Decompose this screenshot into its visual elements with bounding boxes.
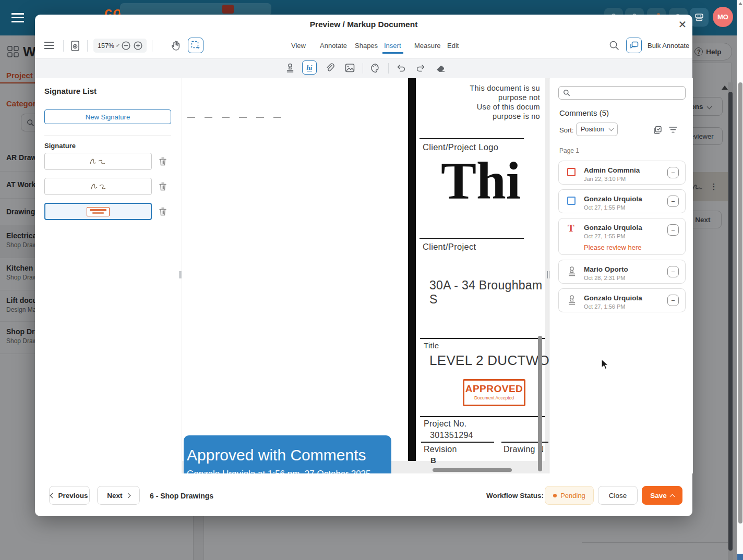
annotation-toolbar <box>35 58 692 79</box>
color-palette-icon[interactable] <box>370 63 381 74</box>
chevron-left-icon <box>50 493 55 498</box>
signature-item-2[interactable] <box>44 178 152 195</box>
delete-signature-icon[interactable] <box>158 206 167 217</box>
zoom-level[interactable]: 157% <box>98 42 114 50</box>
signature-item-3-selected[interactable] <box>44 203 152 220</box>
stamp-subtext: Document Accepted <box>464 395 524 400</box>
assistant-button[interactable] <box>690 8 709 27</box>
project-address: 30A - 34 Broughbam S <box>429 278 545 307</box>
stamp-thumbnail <box>87 207 110 216</box>
marquee-select-button[interactable] <box>188 38 203 53</box>
tab-shapes[interactable]: Shapes <box>355 42 378 50</box>
document-vertical-scrollbar[interactable] <box>538 336 542 471</box>
status-dot-icon <box>553 494 557 497</box>
titleblock-rule <box>421 442 494 443</box>
sort-dropdown[interactable]: Position <box>576 123 618 136</box>
browser-scrollbar[interactable] <box>737 0 743 560</box>
signature-thumbnail <box>86 157 110 166</box>
collapse-comment-button[interactable]: − <box>667 224 679 236</box>
new-signature-button[interactable]: New Signature <box>44 109 171 124</box>
chevron-down-icon <box>609 126 614 131</box>
tab-edit[interactable]: Edit <box>447 42 459 50</box>
signature-item-1[interactable] <box>44 153 152 170</box>
signature-section-label: Signature <box>44 142 76 150</box>
delete-signature-icon[interactable] <box>158 181 167 192</box>
image-tool-icon[interactable] <box>344 63 355 74</box>
sort-label: Sort: <box>559 126 573 134</box>
project-no-value: 301351294 <box>430 431 473 440</box>
revision-label: Revision <box>424 445 457 454</box>
tab-view[interactable]: View <box>291 42 306 50</box>
stamp-annotation-icon <box>566 265 578 277</box>
chevron-right-icon <box>125 493 130 498</box>
avatar[interactable]: MO <box>713 7 733 27</box>
approval-banner-annotation[interactable]: Approved with Comments Gonzalo Urquiola … <box>184 435 391 473</box>
document-name: 6 - Shop Drawings <box>150 492 213 500</box>
status-badge[interactable]: Pending <box>545 486 594 505</box>
scroll-corner <box>737 554 743 560</box>
sort-value: Position <box>581 126 604 133</box>
scrollbar-thumb[interactable] <box>738 82 742 524</box>
comment-card[interactable]: T Gonzalo Urquiola Oct 27, 1:55 PM Pleas… <box>558 218 686 255</box>
viewer-search-icon[interactable] <box>609 40 620 51</box>
page-export-icon[interactable] <box>69 40 81 52</box>
stamp-annotation-icon <box>566 294 578 306</box>
pan-hand-icon[interactable] <box>170 39 182 52</box>
collapse-comment-button[interactable]: − <box>667 167 679 178</box>
collapse-comment-button[interactable]: − <box>667 196 679 207</box>
collapse-comment-button[interactable]: − <box>667 266 679 277</box>
client-project-label: Client/Project <box>423 242 476 252</box>
comments-panel: Comments (5) Sort: Position Page 1 Admin… <box>549 78 693 473</box>
tab-measure[interactable]: Measure <box>414 42 441 50</box>
comment-card[interactable]: Admin Commnia Jan 22, 3:10 PM − <box>558 161 686 185</box>
redo-icon[interactable] <box>415 63 426 73</box>
tab-insert[interactable]: Insert <box>384 42 401 50</box>
rectangle-annotation-icon <box>567 197 576 205</box>
document-viewer[interactable]: This document is su purpose not Use of t… <box>182 78 549 473</box>
delete-signature-icon[interactable] <box>158 156 167 167</box>
mouse-cursor <box>601 359 610 371</box>
stamp-tool-icon[interactable] <box>285 63 295 74</box>
client-logo-text: Thi <box>441 150 521 211</box>
eraser-icon[interactable] <box>435 63 446 73</box>
comment-card[interactable]: Gonzalo Urquiola Oct 27, 1:56 PM − <box>558 288 686 312</box>
filter-icon[interactable] <box>669 126 677 133</box>
titleblock-border <box>408 78 416 461</box>
multi-select-icon[interactable] <box>652 125 663 135</box>
close-icon[interactable]: ✕ <box>676 18 689 31</box>
save-button[interactable]: Save <box>642 486 682 505</box>
previous-button[interactable]: Previous <box>49 486 90 505</box>
signature-tool-button[interactable]: hi <box>302 60 317 75</box>
menu-icon[interactable] <box>11 13 24 22</box>
tab-annotate[interactable]: Annotate <box>320 42 347 50</box>
undo-icon[interactable] <box>396 63 406 73</box>
zoom-out-button[interactable] <box>122 41 130 50</box>
scroll-up-icon[interactable] <box>738 2 742 5</box>
comment-card[interactable]: Gonzalo Urquiola Oct 27, 1:55 PM − <box>558 189 686 213</box>
approved-stamp-annotation[interactable]: APPROVED Document Accepted <box>463 379 525 406</box>
viewer-menu-icon[interactable] <box>44 42 54 49</box>
titleblock-rule <box>420 338 545 339</box>
stamp-text: APPROVED <box>464 383 524 395</box>
comment-card[interactable]: Mario Oporto Oct 28, 2:31 PM − <box>558 260 686 284</box>
chevron-down-icon[interactable] <box>116 43 119 46</box>
zoom-in-button[interactable] <box>134 41 142 50</box>
header-search-input[interactable] <box>120 3 271 16</box>
panel-divider <box>44 136 171 136</box>
bulk-annotate-label[interactable]: Bulk Annotate <box>648 42 689 50</box>
next-button[interactable]: Next <box>97 486 140 505</box>
drawing-dashed-line <box>187 117 286 118</box>
chevron-up-icon <box>669 494 675 499</box>
document-horizontal-scrollbar[interactable] <box>433 468 512 472</box>
signature-tool-icon: hi <box>307 64 313 71</box>
robot-icon <box>690 8 709 27</box>
approval-banner-title: Approved with Comments <box>187 446 366 464</box>
comments-search[interactable] <box>558 86 686 100</box>
preview-markup-modal: Preview / Markup Document ✕ 157% View An… <box>35 15 692 516</box>
attachment-tool-icon[interactable] <box>325 63 335 74</box>
collapse-comment-button[interactable]: − <box>667 295 679 306</box>
comments-toggle-button[interactable] <box>626 38 642 53</box>
comments-search-input[interactable] <box>573 89 680 97</box>
close-button[interactable]: Close <box>598 486 638 505</box>
titleblock-rule <box>420 138 524 139</box>
